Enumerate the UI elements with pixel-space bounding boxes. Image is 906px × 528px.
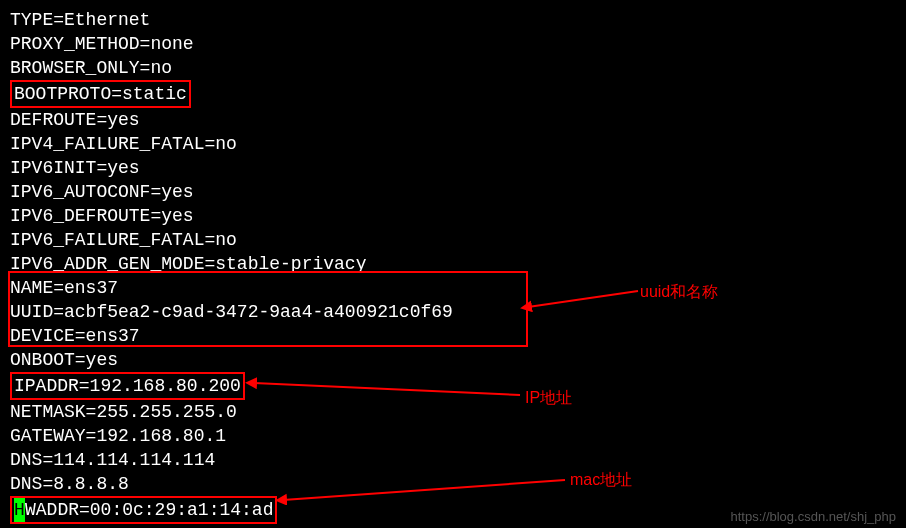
config-line: BROWSER_ONLY=no (10, 56, 896, 80)
annotation-ip: IP地址 (525, 388, 572, 409)
config-line: GATEWAY=192.168.80.1 (10, 424, 896, 448)
config-line: TYPE=Ethernet (10, 8, 896, 32)
config-line: IPV6INIT=yes (10, 156, 896, 180)
cursor: H (14, 498, 25, 522)
config-line: PROXY_METHOD=none (10, 32, 896, 56)
watermark: https://blog.csdn.net/shj_php (730, 509, 896, 524)
config-line-ipaddr: IPADDR=192.168.80.200 (10, 372, 896, 400)
highlight-uuid-block (8, 271, 528, 347)
config-line: IPV4_FAILURE_FATAL=no (10, 132, 896, 156)
config-line: DEFROUTE=yes (10, 108, 896, 132)
annotation-mac: mac地址 (570, 470, 632, 491)
config-line-bootproto: BOOTPROTO=static (10, 80, 896, 108)
config-line: DNS=8.8.8.8 (10, 472, 896, 496)
config-line: ONBOOT=yes (10, 348, 896, 372)
config-line: NETMASK=255.255.255.0 (10, 400, 896, 424)
config-line: DNS=114.114.114.114 (10, 448, 896, 472)
config-line: IPV6_FAILURE_FATAL=no (10, 228, 896, 252)
config-line: IPV6_DEFROUTE=yes (10, 204, 896, 228)
annotation-uuid: uuid和名称 (640, 282, 718, 303)
config-line: IPV6_AUTOCONF=yes (10, 180, 896, 204)
